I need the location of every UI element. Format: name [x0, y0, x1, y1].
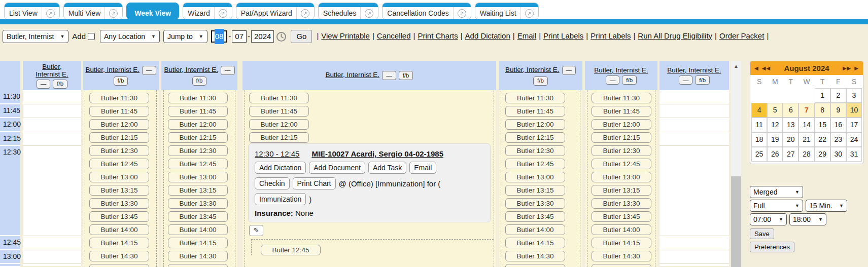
open-in-new-icon[interactable]: ↗: [219, 9, 227, 18]
collapse-column-button[interactable]: —: [142, 66, 156, 75]
slot-button[interactable]: Butler 14:30: [89, 251, 149, 261]
slot-button[interactable]: Butler 12:15: [505, 132, 565, 143]
link-print-labels[interactable]: Print Labels: [543, 31, 583, 40]
calendar-day-20[interactable]: 20: [783, 132, 798, 147]
appointment-time-link[interactable]: 12:30 - 12:45: [255, 149, 299, 158]
add-task-button[interactable]: Add Task: [368, 162, 406, 174]
calendar-day-15[interactable]: 15: [815, 118, 830, 132]
slot-button[interactable]: Butler 12:00: [505, 119, 565, 130]
tab-pat-appt-wizard[interactable]: Pat/Appt Wizard↗: [236, 3, 315, 20]
calendar-prev-icon[interactable]: ◀: [754, 65, 759, 71]
collapse-column-button[interactable]: —: [382, 71, 396, 80]
slot-button[interactable]: Butler 12:45: [592, 159, 651, 169]
collapse-column-button[interactable]: —: [221, 66, 235, 75]
calendar-day-21[interactable]: 21: [798, 132, 814, 147]
calendar-day-14[interactable]: 14: [798, 118, 814, 132]
slot-button[interactable]: Butler 11:30: [89, 93, 149, 103]
calendar-next-icon[interactable]: ▶: [854, 65, 859, 71]
provider-link[interactable]: Butler, Internist E.: [30, 63, 74, 78]
tab-schedules[interactable]: Schedules↗: [318, 3, 378, 20]
date-month-input[interactable]: 08: [211, 30, 228, 43]
calendar-day-17[interactable]: 17: [846, 118, 862, 132]
collapse-column-button[interactable]: —: [562, 66, 576, 75]
interval-select[interactable]: 15 Min.▼: [806, 200, 847, 212]
save-button[interactable]: Save: [750, 228, 774, 239]
collapse-column-button[interactable]: —: [606, 75, 620, 85]
slot-button[interactable]: Butler 14:15: [505, 238, 565, 248]
calendar-day-8[interactable]: 8: [815, 103, 830, 118]
slot-button[interactable]: Butler 14:30: [505, 251, 565, 261]
slot-button[interactable]: Butler 11:45: [168, 106, 228, 117]
calendar-day-25[interactable]: 25: [751, 147, 767, 162]
slot-button[interactable]: Butler 13:15: [89, 185, 149, 196]
slot-button[interactable]: Butler 12:30: [592, 145, 651, 156]
slot-button[interactable]: Butler 13:30: [505, 198, 565, 209]
slot-button[interactable]: Butler 12:45: [505, 159, 565, 169]
slot-button[interactable]: Butler 12:00: [592, 119, 651, 130]
slot-button[interactable]: Butler 13:30: [168, 198, 228, 209]
calendar-day-24[interactable]: 24: [846, 132, 862, 147]
calendar-day-31[interactable]: 31: [846, 147, 862, 162]
slot-button[interactable]: Butler 12:45: [89, 159, 149, 169]
link-print-labels[interactable]: Print Labels: [591, 31, 631, 40]
email-button[interactable]: Email: [409, 162, 436, 174]
calendar-day-12[interactable]: 12: [767, 118, 783, 132]
slot-button[interactable]: Butler 13:00: [592, 172, 651, 182]
open-in-new-icon[interactable]: ↗: [365, 9, 373, 18]
slot-button[interactable]: Butler 11:45: [592, 106, 651, 117]
calendar-day-26[interactable]: 26: [767, 147, 783, 162]
immunization-button[interactable]: Immunization: [255, 193, 306, 205]
calendar-day-1[interactable]: 1: [815, 88, 830, 103]
add-checkbox[interactable]: [88, 33, 95, 40]
provider-link[interactable]: Butler, Internist E.: [505, 66, 560, 75]
slot-button[interactable]: Butler 11:30: [505, 93, 565, 103]
slot-button[interactable]: Butler 12:30: [89, 145, 149, 156]
tab-cancellation-codes[interactable]: Cancellation Codes↗: [382, 3, 471, 20]
slot-button[interactable]: Butler 12:45: [168, 159, 228, 169]
fb-button[interactable]: f/b: [53, 80, 67, 89]
calendar-day-9[interactable]: 9: [830, 103, 846, 118]
calendar-day-27[interactable]: 27: [783, 147, 798, 162]
fb-button[interactable]: f/b: [695, 75, 710, 85]
tab-multi-view[interactable]: Multi View↗: [63, 3, 123, 20]
calendar-day-28[interactable]: 28: [798, 147, 814, 162]
slot-button[interactable]: Butler 14:00: [505, 224, 565, 235]
provider-select[interactable]: Butler, Internist▼: [3, 30, 68, 43]
slot-button[interactable]: Butler 13:00: [89, 172, 149, 182]
provider-link[interactable]: Butler, Internist E.: [326, 71, 380, 80]
slot-button[interactable]: Butler 13:15: [505, 185, 565, 196]
calendar-day-23[interactable]: 23: [830, 132, 846, 147]
slot-button[interactable]: Butler 13:30: [89, 198, 149, 209]
slot-button[interactable]: Butler 14:45: [168, 264, 228, 267]
calendar-day-7[interactable]: 7: [798, 103, 814, 118]
date-year-input[interactable]: 2024: [251, 30, 274, 43]
location-select[interactable]: Any Location▼: [100, 30, 160, 43]
preferences-button[interactable]: Preferences: [750, 242, 794, 252]
slot-button[interactable]: Butler 11:45: [89, 106, 149, 117]
slot-button[interactable]: Butler 12:15: [89, 132, 149, 143]
slot-button[interactable]: Butler 14:30: [592, 251, 651, 261]
slot-button[interactable]: Butler 11:30: [249, 93, 309, 103]
provider-link[interactable]: Butler, Internist E.: [164, 66, 218, 75]
date-day-input[interactable]: 07: [232, 30, 247, 43]
slot-button[interactable]: Butler 13:15: [168, 185, 228, 196]
link-email[interactable]: Email: [517, 31, 537, 40]
slot-button[interactable]: Butler 12:15: [249, 132, 309, 143]
calendar-day-13[interactable]: 13: [783, 118, 798, 132]
merged-select[interactable]: Merged▼: [750, 186, 803, 198]
fb-button[interactable]: f/b: [622, 75, 637, 85]
slot-button[interactable]: Butler 12:30: [505, 145, 565, 156]
slot-button[interactable]: Butler 14:00: [592, 224, 651, 235]
open-in-new-icon[interactable]: ↗: [301, 9, 309, 18]
calendar-day-16[interactable]: 16: [830, 118, 846, 132]
calendar-day-22[interactable]: 22: [815, 132, 830, 147]
start-time-select[interactable]: 07:00▼: [750, 213, 787, 225]
calendar-day-5[interactable]: 5: [767, 103, 783, 118]
slot-button[interactable]: Butler 14:45: [505, 264, 565, 267]
add-document-button[interactable]: Add Document: [309, 162, 365, 174]
slot-button[interactable]: Butler 14:15: [89, 238, 149, 248]
calendar-day-29[interactable]: 29: [815, 147, 830, 162]
collapse-column-button[interactable]: —: [679, 75, 693, 85]
slot-button[interactable]: Butler 12:30: [168, 145, 228, 156]
scroll-up-icon[interactable]: ▲: [731, 61, 741, 72]
